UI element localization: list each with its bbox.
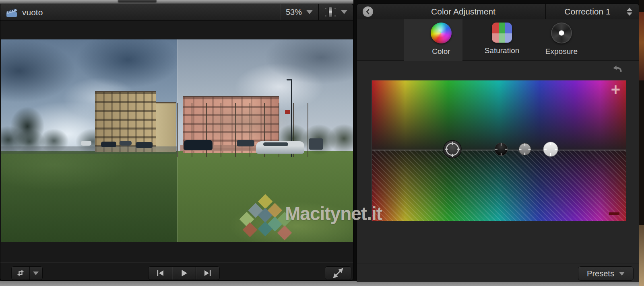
display-options-icon: [324, 6, 336, 18]
puck-highlights[interactable]: [543, 142, 558, 158]
panel-header: Color Adjustment Correction 1: [357, 4, 639, 19]
car: [237, 140, 254, 146]
undo-icon: [611, 64, 623, 74]
previous-frame-icon: [156, 270, 165, 277]
building-wing: [156, 102, 176, 152]
menu-text-fragment: [118, 0, 157, 3]
viewer-titlebar: vuoto 53%: [0, 4, 353, 21]
zoom-level-control[interactable]: 53%: [280, 4, 318, 20]
silver-car: [256, 141, 304, 154]
crop-dropdown-icon: [33, 272, 39, 275]
car: [184, 140, 213, 150]
window-bottom-strip: [0, 281, 639, 286]
puck-shadows[interactable]: [494, 142, 508, 158]
divider: [357, 263, 639, 263]
fullscreen-icon: [333, 268, 343, 278]
color-board-tabs: Color Saturation Exposure: [357, 19, 639, 61]
viewer-titlebar-controls: 53%: [280, 4, 353, 20]
presets-dropdown-icon: [619, 272, 625, 276]
color-board-positive-area: [372, 80, 626, 150]
display-options-control[interactable]: [319, 4, 353, 20]
flag: [285, 110, 290, 114]
color-adjustment-panel: Color Adjustment Correction 1 Color Satu…: [357, 4, 639, 282]
presets-label: Presets: [587, 269, 614, 278]
panel-title: Color Adjustment: [383, 4, 544, 19]
stepper-up-icon: [627, 8, 632, 11]
exposure-aperture-icon: [551, 23, 572, 43]
correction-stepper[interactable]: [627, 8, 632, 16]
zoom-dropdown-icon: [306, 10, 313, 14]
puck-global[interactable]: [443, 140, 462, 160]
correction-selector[interactable]: Correction 1: [545, 4, 639, 19]
split-screen-seam: [177, 39, 178, 242]
window-top-strip: [0, 0, 353, 4]
grass: [177, 151, 353, 242]
tree: [4, 99, 51, 154]
fcpx-screen: vuoto 53%: [0, 0, 644, 286]
puck-midtones[interactable]: [518, 143, 531, 157]
previous-frame-button[interactable]: [149, 267, 172, 280]
desktop-edge-strip: [639, 0, 644, 286]
grass: [1, 151, 177, 242]
van: [81, 141, 91, 146]
clapperboard-icon: [6, 7, 18, 19]
color-board[interactable]: +: [372, 80, 626, 221]
car: [101, 142, 116, 147]
crop-tool-button-group: [11, 266, 43, 280]
car: [120, 141, 132, 146]
video-right-half-warm: [177, 39, 353, 242]
tab-saturation-label: Saturation: [485, 46, 520, 55]
saturation-stripes-icon: [492, 23, 512, 43]
desktop-edge-texture-top: [639, 12, 644, 80]
car: [136, 142, 153, 148]
next-frame-icon: [203, 270, 212, 277]
tab-exposure[interactable]: Exposure: [531, 23, 592, 56]
video-left-half-cool: [1, 39, 177, 242]
correction-label: Correction 1: [546, 7, 627, 16]
clip-title: vuoto: [22, 4, 43, 21]
next-frame-button[interactable]: [196, 267, 219, 280]
dumpster: [309, 138, 323, 150]
tab-saturation[interactable]: Saturation: [472, 23, 532, 55]
tab-color[interactable]: Color: [411, 23, 471, 56]
tab-exposure-label: Exposure: [545, 47, 578, 56]
crop-tool-dropdown[interactable]: [29, 267, 42, 280]
fullscreen-button[interactable]: [325, 266, 351, 280]
divider: [0, 262, 353, 262]
zoom-level-value: 53%: [286, 8, 302, 17]
crop-tool-button[interactable]: [12, 267, 29, 280]
back-chevron-icon: [365, 8, 371, 15]
presets-button[interactable]: Presets: [578, 266, 634, 281]
crop-icon: [17, 269, 25, 277]
minus-icon: [609, 212, 619, 215]
color-board-negative-area: [372, 150, 626, 221]
tab-color-label: Color: [432, 47, 450, 56]
desktop-edge-texture-bottom: [639, 225, 644, 286]
viewer-window: vuoto 53%: [0, 4, 353, 281]
reset-correction-button[interactable]: [611, 64, 623, 74]
play-icon: [180, 269, 188, 277]
plus-icon: +: [611, 81, 620, 97]
viewer-canvas[interactable]: [1, 39, 353, 242]
back-button[interactable]: [363, 6, 373, 17]
street-light-head: [287, 79, 292, 80]
transport-controls: [148, 266, 220, 280]
color-wheel-icon: [431, 23, 452, 43]
play-button[interactable]: [172, 267, 196, 280]
stepper-down-icon: [627, 12, 632, 16]
display-options-dropdown-icon: [341, 10, 347, 14]
